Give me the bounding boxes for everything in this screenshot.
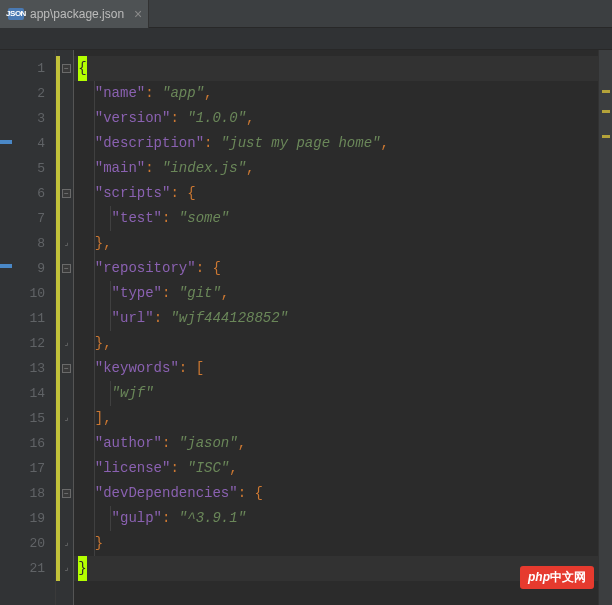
line-number[interactable]: 11 — [12, 306, 55, 331]
line-number[interactable]: 3 — [12, 106, 55, 131]
code-line[interactable]: "description": "just my page home", — [74, 131, 598, 156]
fold-cell — [60, 81, 73, 106]
warning-stripe — [602, 110, 610, 113]
json-string: "app" — [162, 85, 204, 101]
line-number[interactable]: 7 — [12, 206, 55, 231]
close-icon[interactable]: × — [134, 7, 142, 21]
code-line[interactable]: "scripts": { — [74, 181, 598, 206]
json-punct: : — [179, 360, 196, 376]
fold-collapse-icon[interactable]: − — [62, 64, 71, 73]
fold-cell[interactable]: ⌟ — [60, 231, 73, 256]
line-number[interactable]: 20 — [12, 531, 55, 556]
code-line[interactable]: } — [74, 531, 598, 556]
code-line[interactable]: "main": "index.js", — [74, 156, 598, 181]
json-key: "main" — [95, 160, 145, 176]
fold-cell[interactable]: − — [60, 181, 73, 206]
line-number[interactable]: 18 — [12, 481, 55, 506]
code-line[interactable]: ], — [74, 406, 598, 431]
fold-end-icon: ⌟ — [62, 339, 71, 348]
code-line[interactable]: "devDependencies": { — [74, 481, 598, 506]
fold-collapse-icon[interactable]: − — [62, 489, 71, 498]
code-line[interactable]: "gulp": "^3.9.1" — [74, 506, 598, 531]
watermark-badge: php中文网 — [520, 566, 594, 589]
fold-collapse-icon[interactable]: − — [62, 264, 71, 273]
json-string: "ISC" — [187, 460, 229, 476]
line-number[interactable]: 17 — [12, 456, 55, 481]
json-punct: , — [246, 110, 254, 126]
json-string: "wjf" — [112, 385, 154, 401]
line-number[interactable]: 1 — [12, 56, 55, 81]
code-line[interactable]: }, — [74, 331, 598, 356]
code-line[interactable]: "repository": { — [74, 256, 598, 281]
json-punct: : — [145, 160, 162, 176]
warning-stripe — [602, 90, 610, 93]
line-number[interactable]: 13 — [12, 356, 55, 381]
line-number[interactable]: 8 — [12, 231, 55, 256]
code-line[interactable]: }, — [74, 231, 598, 256]
json-punct: , — [103, 335, 111, 351]
caret: } — [78, 556, 87, 581]
line-number[interactable]: 5 — [12, 156, 55, 181]
line-number[interactable]: 21 — [12, 556, 55, 581]
json-punct: } — [95, 535, 103, 551]
fold-cell[interactable]: − — [60, 481, 73, 506]
line-number[interactable]: 10 — [12, 281, 55, 306]
code-line[interactable]: { — [74, 56, 598, 81]
editor: 123456789101112131415161718192021 −−⌟−⌟−… — [0, 50, 612, 605]
code-line[interactable]: "version": "1.0.0", — [74, 106, 598, 131]
json-string: "just my page home" — [221, 135, 381, 151]
code-line[interactable]: "license": "ISC", — [74, 456, 598, 481]
json-string: "1.0.0" — [187, 110, 246, 126]
fold-cell[interactable]: ⌟ — [60, 331, 73, 356]
fold-cell[interactable]: ⌟ — [60, 556, 73, 581]
json-punct: , — [103, 235, 111, 251]
line-number[interactable]: 16 — [12, 431, 55, 456]
line-number-gutter[interactable]: 123456789101112131415161718192021 — [12, 50, 56, 605]
line-number[interactable]: 15 — [12, 406, 55, 431]
fold-cell[interactable]: − — [60, 256, 73, 281]
fold-cell[interactable]: ⌟ — [60, 406, 73, 431]
json-punct: : — [162, 210, 179, 226]
fold-end-icon: ⌟ — [62, 539, 71, 548]
fold-cell — [60, 306, 73, 331]
fold-end-icon: ⌟ — [62, 564, 71, 573]
fold-collapse-icon[interactable]: − — [62, 364, 71, 373]
fold-end-icon: ⌟ — [62, 414, 71, 423]
json-key: "gulp" — [112, 510, 162, 526]
fold-collapse-icon[interactable]: − — [62, 189, 71, 198]
json-key: "version" — [95, 110, 171, 126]
fold-cell — [60, 431, 73, 456]
vertical-scrollbar[interactable] — [598, 50, 612, 605]
fold-cell — [60, 506, 73, 531]
code-line[interactable]: "author": "jason", — [74, 431, 598, 456]
fold-gutter[interactable]: −−⌟−⌟−⌟−⌟⌟ — [60, 50, 74, 605]
json-punct: : — [170, 460, 187, 476]
json-string: "git" — [179, 285, 221, 301]
fold-cell[interactable]: − — [60, 356, 73, 381]
code-area[interactable]: { "name": "app", "version": "1.0.0", "de… — [74, 50, 598, 605]
line-number[interactable]: 14 — [12, 381, 55, 406]
code-line[interactable]: "url": "wjf444128852" — [74, 306, 598, 331]
line-number[interactable]: 9 — [12, 256, 55, 281]
line-number[interactable]: 4 — [12, 131, 55, 156]
line-number[interactable]: 19 — [12, 506, 55, 531]
code-line[interactable]: "wjf" — [74, 381, 598, 406]
line-number[interactable]: 6 — [12, 181, 55, 206]
fold-cell — [60, 456, 73, 481]
fold-cell[interactable]: ⌟ — [60, 531, 73, 556]
json-string: "^3.9.1" — [179, 510, 246, 526]
json-string: "index.js" — [162, 160, 246, 176]
code-line[interactable]: "test": "some" — [74, 206, 598, 231]
code-line[interactable]: "type": "git", — [74, 281, 598, 306]
bookmark-marker — [0, 140, 12, 144]
code-line[interactable]: "keywords": [ — [74, 356, 598, 381]
fold-cell[interactable]: − — [60, 56, 73, 81]
line-number[interactable]: 12 — [12, 331, 55, 356]
editor-tab[interactable]: JSON app\package.json × — [0, 0, 149, 28]
json-string: "wjf444128852" — [170, 310, 288, 326]
json-punct: , — [246, 160, 254, 176]
fold-cell — [60, 106, 73, 131]
code-line[interactable]: "name": "app", — [74, 81, 598, 106]
json-key: "keywords" — [95, 360, 179, 376]
line-number[interactable]: 2 — [12, 81, 55, 106]
